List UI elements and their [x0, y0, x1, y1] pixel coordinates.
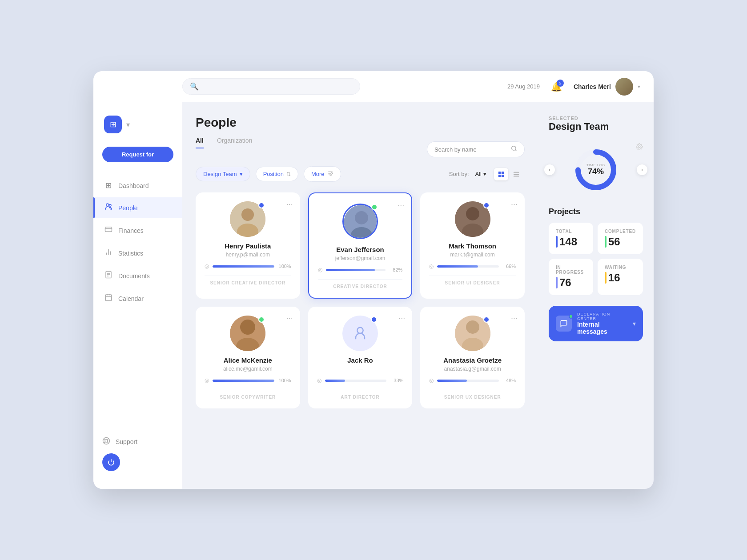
top-search-bar[interactable]: 🔍 — [182, 78, 360, 95]
user-profile[interactable]: Charles Merl ▾ — [574, 78, 640, 96]
time-log-section: ‹ TIME LOG 74% › — [549, 143, 643, 196]
progress-bar — [437, 265, 499, 268]
support-icon — [102, 437, 110, 446]
filter-position[interactable]: Position ⇅ — [256, 167, 298, 181]
tab-all[interactable]: All — [196, 137, 204, 148]
prev-button[interactable]: ‹ — [544, 164, 555, 175]
sidebar-item-documents[interactable]: Documents — [93, 265, 182, 286]
svg-rect-35 — [514, 176, 519, 176]
declaration-widget[interactable]: DECLARATION CENTER Internal messages ▾ — [549, 306, 643, 341]
card-more-menu[interactable]: ··· — [398, 200, 404, 210]
person-name: Mark Thomson — [449, 242, 496, 250]
stat-value: 16 — [605, 272, 636, 284]
stat-in-progress: IN PROGRESS 76 — [549, 259, 593, 295]
sort-select[interactable]: All ▾ — [475, 171, 486, 177]
progress-icon: ◎ — [317, 377, 321, 384]
person-card-jack[interactable]: ··· Jack Ro — ◎ — [308, 307, 413, 408]
sidebar-item-dashboard[interactable]: ⊞ Dashboard — [93, 176, 182, 196]
card-more-menu[interactable]: ··· — [511, 314, 518, 323]
progress-bar — [213, 265, 274, 268]
sidebar-item-finances[interactable]: Finances — [93, 220, 182, 241]
person-role: SENIOR UX DESIGNER — [429, 390, 516, 400]
stat-label: WAITING — [605, 265, 636, 270]
filters-row: Design Team ▾ Position ⇅ More — [196, 166, 525, 182]
progress-percent: 100% — [278, 264, 291, 269]
svg-rect-11 — [105, 295, 112, 301]
progress-row: ◎ 100% — [205, 263, 291, 269]
tab-organization[interactable]: Organization — [217, 137, 252, 148]
status-badge — [483, 316, 490, 323]
stat-value: 76 — [556, 276, 586, 289]
svg-rect-33 — [514, 172, 519, 172]
progress-row: ◎ 82% — [318, 267, 403, 273]
stat-number: 56 — [608, 236, 620, 248]
avatar-wrap — [455, 316, 490, 351]
status-badge — [483, 202, 490, 208]
notification-button[interactable]: 🔔 2 — [549, 79, 565, 95]
progress-icon: ◎ — [318, 267, 322, 273]
chevron-down-icon[interactable]: ▾ — [633, 320, 636, 327]
progress-icon: ◎ — [205, 377, 209, 384]
calendar-icon — [104, 293, 113, 304]
sidebar-item-calendar[interactable]: Calendar — [93, 288, 182, 309]
person-email: jefferson@gmail.com — [335, 255, 386, 261]
progress-percent: 66% — [502, 264, 516, 269]
progress-row: ◎ 48% — [429, 377, 516, 384]
sidebar-item-statistics[interactable]: Statistics — [93, 243, 182, 264]
person-card-evan[interactable]: ··· Ev — [308, 192, 413, 299]
person-role: CREATIVE DIRECTOR — [318, 279, 403, 289]
card-more-menu[interactable]: ··· — [398, 314, 405, 323]
card-more-menu[interactable]: ··· — [286, 200, 293, 209]
progress-bar — [437, 380, 499, 382]
app-window: 🔍 29 Aug 2019 🔔 2 Charles Merl ▾ ⊞ ▾ — [93, 71, 654, 489]
svg-rect-32 — [502, 174, 504, 176]
top-search-input[interactable] — [202, 83, 353, 90]
filter-more[interactable]: More — [304, 166, 341, 182]
sort-label: Sort by: — [449, 171, 469, 177]
person-card-alice[interactable]: ··· Alice McKenzie alice.mc@gamil.com — [196, 307, 300, 408]
position-filter-label: Position — [263, 171, 284, 177]
svg-rect-2 — [105, 227, 112, 232]
main-content: People All Organization — [182, 102, 538, 489]
power-button[interactable] — [102, 453, 120, 471]
chevron-down-icon: ▾ — [240, 171, 243, 177]
svg-line-19 — [107, 439, 108, 440]
list-view-button[interactable] — [509, 168, 523, 180]
declaration-title: Internal messages — [577, 321, 627, 335]
progress-fill — [213, 265, 274, 268]
filter-team[interactable]: Design Team ▾ — [196, 167, 250, 181]
sidebar: ⊞ ▾ Request for ⊞ Dashboard — [93, 102, 182, 489]
stat-bar — [605, 236, 606, 248]
chevron-down-icon: ▾ — [483, 171, 486, 177]
svg-point-50 — [466, 320, 479, 334]
date-display: 29 Aug 2019 — [507, 83, 540, 90]
person-role: SENIOR UI DESIGNER — [429, 276, 516, 285]
projects-section: Projects TOTAL 148 COMPLETED 56 — [549, 207, 643, 295]
search-name-input[interactable] — [434, 146, 507, 153]
person-name: Henry Paulista — [225, 242, 271, 250]
search-icon: 🔍 — [190, 82, 199, 91]
grid-view-button[interactable] — [494, 168, 508, 180]
request-for-button[interactable]: Request for — [102, 147, 173, 162]
search-by-name[interactable] — [427, 141, 525, 157]
sidebar-item-label: Calendar — [118, 295, 144, 302]
sidebar-item-label: People — [118, 204, 138, 212]
statistics-icon — [104, 248, 113, 258]
next-button[interactable]: › — [637, 164, 647, 175]
person-card-mark[interactable]: ··· Mark Thomson mark.t@gmail.com — [420, 192, 525, 299]
team-filter-label: Design Team — [203, 171, 237, 177]
donut-label: TIME LOG 74% — [586, 163, 605, 176]
declaration-text: DECLARATION CENTER Internal messages — [577, 312, 627, 335]
card-more-menu[interactable]: ··· — [511, 200, 518, 209]
sidebar-item-people[interactable]: People — [93, 197, 182, 218]
sidebar-item-support[interactable]: Support — [102, 437, 173, 446]
svg-point-28 — [329, 174, 331, 176]
sidebar-item-label: Statistics — [118, 250, 143, 257]
person-email: henry.p@mail.com — [226, 252, 270, 258]
person-card-henry[interactable]: ··· Henry Paulista henry.p@mail.com — [196, 192, 300, 299]
stat-number: 148 — [559, 236, 577, 248]
svg-line-23 — [515, 150, 517, 151]
main-layout: ⊞ ▾ Request for ⊞ Dashboard — [93, 102, 654, 489]
person-card-anastasia[interactable]: ··· Anastasia Groetze anastasia.g@gmai — [420, 307, 525, 408]
card-more-menu[interactable]: ··· — [286, 314, 293, 323]
